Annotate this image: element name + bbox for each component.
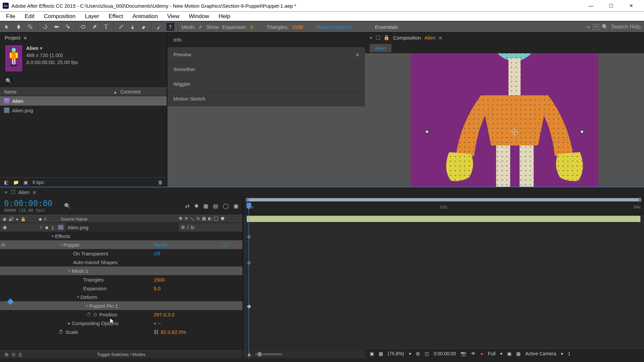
timeline-tracks[interactable] [243, 215, 644, 350]
channel-icon[interactable]: ● [480, 351, 483, 356]
lock-col-icon[interactable]: 🔒 [20, 217, 26, 222]
twisty-icon[interactable]: ▼ [50, 234, 55, 238]
composition-canvas[interactable] [411, 53, 598, 187]
stopwatch-icon[interactable]: ⏱ [58, 329, 63, 335]
work-area-end[interactable] [639, 198, 641, 202]
value[interactable]: 297.0,3.0 [154, 312, 175, 317]
menu-effect[interactable]: Effect [104, 13, 128, 20]
resolution-icon[interactable]: ⊞ [416, 351, 420, 356]
value[interactable]: Off [154, 251, 160, 256]
keyframe-icon[interactable] [247, 304, 251, 309]
dropdown-icon[interactable]: ▾ [500, 351, 502, 356]
hand-tool-icon[interactable] [15, 23, 23, 31]
puppet-pin-row[interactable]: ▼ Puppet Pin 1 [0, 301, 243, 310]
new-comp-icon[interactable]: ▣ [23, 180, 28, 185]
workspace-selector[interactable]: Essentials [375, 24, 398, 30]
shape-tool-icon[interactable] [79, 23, 87, 31]
snapshot-icon[interactable]: 📷 [461, 351, 466, 356]
motion-blur-icon[interactable]: ▤ [213, 203, 218, 209]
col-comment[interactable]: Comment [116, 89, 145, 95]
twisty-icon[interactable]: ▼ [85, 304, 89, 308]
position-row[interactable]: ⏱ ◇ Position 297.0,3.0 [0, 310, 243, 319]
value[interactable]: 1500 [154, 277, 165, 283]
keyframe-icon[interactable] [247, 261, 251, 265]
bpc-button[interactable]: 8 bpc [33, 180, 44, 185]
panel-menu-icon[interactable]: ≡ [24, 35, 27, 41]
col-name[interactable]: Name [0, 89, 114, 95]
current-time-display[interactable]: 0:00:00:00 [434, 351, 456, 356]
twisty-icon[interactable]: ▼ [59, 243, 63, 247]
trash-icon[interactable]: 🗑 [158, 180, 163, 185]
brainstorm-icon[interactable]: ▣ [233, 203, 238, 209]
switch-icon[interactable]: ◯ [214, 216, 219, 222]
zoom-value[interactable]: (75.8%) [388, 351, 404, 356]
label-col-icon[interactable]: ◆ [39, 217, 42, 222]
minimize-button[interactable]: — [581, 0, 601, 12]
shy-icon[interactable]: ✱ [194, 203, 199, 209]
motion-sketch-panel[interactable]: Motion Sketch [167, 92, 365, 106]
effects-group[interactable]: ▼ Effects [0, 232, 243, 240]
toggle-icon[interactable]: {} [19, 352, 22, 357]
scale-row[interactable]: ⏱ Scale ⛓ 82.0,82.0% [0, 327, 243, 336]
deform-row[interactable]: ▼ Deform [0, 293, 243, 301]
current-timecode[interactable]: 0:00:00:00 [4, 199, 53, 208]
work-area-bar[interactable] [247, 198, 641, 201]
about-link[interactable]: ...t... [219, 242, 229, 248]
project-item-image[interactable]: Alien.png [0, 106, 167, 115]
timeline-tab-label[interactable]: Alien [18, 189, 30, 195]
menu-help[interactable]: Help [214, 13, 235, 20]
panel-menu-icon[interactable]: ≡ [356, 52, 359, 57]
close-icon[interactable]: × [5, 189, 8, 195]
remove-icon[interactable]: − [158, 320, 161, 326]
time-ruler[interactable]: 00s 02s 04s [243, 197, 644, 215]
toggle-icon[interactable]: ⊞ [5, 352, 8, 357]
comp-mini-flow-icon[interactable]: ⇄ [185, 203, 190, 209]
interpret-icon[interactable]: ◧ [4, 180, 8, 185]
maximize-button[interactable]: ☐ [601, 0, 621, 12]
keyframe-icon[interactable] [247, 235, 251, 239]
zoom-out-icon[interactable]: ▲ [247, 351, 252, 357]
sync-icon[interactable]: ⟲ [593, 24, 599, 30]
clone-stamp-tool-icon[interactable] [128, 23, 137, 31]
menu-animation[interactable]: Animation [128, 13, 163, 20]
menu-window[interactable]: Window [184, 13, 214, 20]
info-panel[interactable]: Info [167, 33, 365, 47]
composition-viewer[interactable] [365, 53, 644, 187]
transparency-icon[interactable]: ▦ [516, 351, 521, 356]
mask-icon[interactable]: ◫ [425, 351, 429, 356]
resolution-dropdown[interactable]: Full [488, 351, 496, 356]
camera-dropdown[interactable]: Active Camera [525, 351, 556, 356]
audio-col-icon[interactable]: 🔊 [8, 217, 14, 222]
reset-link[interactable]: Reset [154, 242, 167, 248]
roto-brush-tool-icon[interactable] [155, 23, 163, 31]
add-icon[interactable]: + [154, 320, 157, 326]
smoother-panel[interactable]: Smoother [167, 62, 365, 77]
wiggler-panel[interactable]: Wiggler [167, 77, 365, 92]
expand-icon[interactable]: » [587, 24, 590, 30]
visibility-toggle[interactable]: ◉ [3, 224, 7, 230]
mesh-show-checkbox[interactable]: ✓ [199, 24, 203, 30]
on-transparent-row[interactable]: On Transparent Off [0, 249, 243, 258]
layer-name[interactable]: Alien.png [65, 223, 179, 232]
views-dropdown[interactable]: 1 [568, 351, 571, 356]
twisty-icon[interactable]: ▼ [67, 269, 72, 273]
project-item-comp[interactable]: Alien [0, 96, 167, 106]
constrain-icon[interactable]: ⛓ [154, 329, 159, 335]
roi-icon[interactable]: ▣ [507, 351, 512, 356]
lock-icon[interactable] [11, 190, 15, 194]
breadcrumb-tab[interactable]: Alien [370, 44, 391, 52]
camera-tool-icon[interactable] [53, 23, 61, 31]
toggle-switches-modes[interactable]: Toggle Switches / Modes [97, 352, 146, 357]
expansion-value[interactable]: 5 [251, 24, 253, 30]
value[interactable]: 5.0 [154, 286, 161, 291]
twisty-icon[interactable]: ▶ [67, 321, 72, 325]
work-area-start[interactable] [246, 198, 249, 202]
project-tab[interactable]: Project ≡ [0, 33, 167, 43]
magnification-icon[interactable]: ▣ [370, 351, 374, 356]
preview-panel[interactable]: Preview≡ [167, 47, 365, 62]
dropdown-icon[interactable]: ▾ [561, 351, 563, 356]
grid-icon[interactable]: ▦ [379, 351, 383, 356]
pan-behind-tool-icon[interactable] [64, 23, 72, 31]
close-icon[interactable]: × [370, 35, 373, 41]
switch-icon[interactable]: ✲ [184, 216, 188, 222]
